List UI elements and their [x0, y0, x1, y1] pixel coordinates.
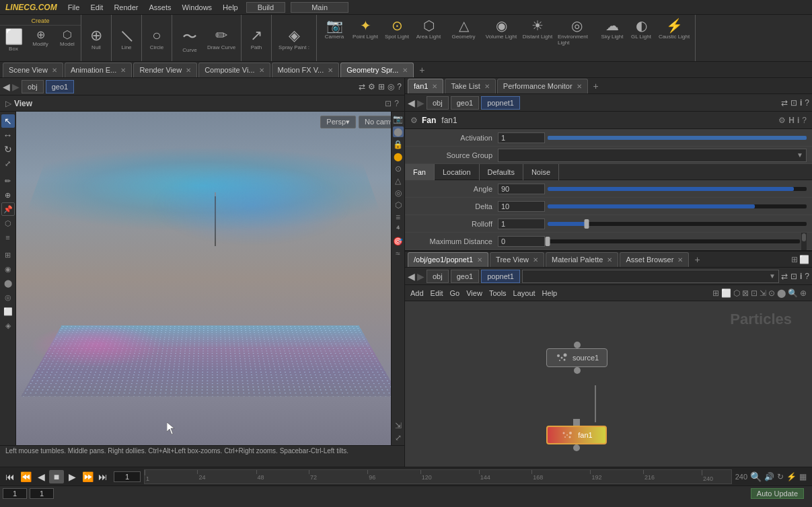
rolloff-input[interactable] [498, 219, 545, 229]
zoom-icon[interactable]: 🔍 [750, 471, 762, 482]
tab-composite-close[interactable]: ✕ [259, 67, 264, 74]
rt-icon-6[interactable]: △ [395, 176, 401, 186]
activation-slider-track[interactable] [548, 136, 807, 140]
view-expand-icon[interactable]: ▷ [5, 99, 11, 108]
tool-model[interactable]: ⬡ Model [54, 27, 81, 53]
fan-nav-back[interactable]: ◀ [408, 98, 415, 108]
menu-view[interactable]: View [466, 289, 482, 297]
fan-path-obj[interactable]: obj [427, 96, 449, 110]
tool-pin[interactable]: 📌 [1, 202, 15, 216]
node-source1[interactable]: source1 [546, 342, 607, 374]
rt-icon-10[interactable]: ⁴ [396, 225, 400, 234]
rolloff-slider-handle[interactable] [584, 219, 589, 229]
node-icon-view[interactable]: ⊡ [790, 272, 797, 281]
tool-area-light[interactable]: ⬡ Area Light [414, 16, 443, 47]
node-menu-icon-8[interactable]: ⬤ [777, 288, 786, 298]
tool-camera[interactable]: 📷 Camera [320, 16, 349, 47]
vp-icon-1[interactable]: ⇄ [359, 82, 365, 91]
tab-geometry-spray-close[interactable]: ✕ [402, 67, 408, 74]
node-menu-icon-2[interactable]: ⬜ [721, 288, 731, 298]
vp-icon-3[interactable]: ⊞ [378, 82, 385, 91]
tool-arrow[interactable]: ↖ [1, 114, 15, 128]
node-path-chevron[interactable]: ▼ [769, 272, 776, 280]
fan-tab-add[interactable]: + [589, 81, 603, 91]
tool-grid-v[interactable]: ⊞ [1, 248, 15, 262]
vp-icon-5[interactable]: ? [397, 82, 402, 91]
tab-material-close[interactable]: ✕ [607, 256, 612, 264]
fan-icon-3[interactable]: i [800, 98, 802, 108]
node-path-obj[interactable]: obj [427, 270, 449, 283]
tab-geometry-spray[interactable]: Geometry Spr... ✕ [340, 63, 414, 77]
node-menu-icon-7[interactable]: ⊙ [768, 288, 775, 298]
tab-popnet-path[interactable]: /obj/geo1/popnet1 ✕ [408, 252, 488, 267]
tool-scale[interactable]: ⤢ [1, 157, 15, 170]
fan1-top-port[interactable] [573, 419, 580, 426]
tool-caustic-light[interactable]: ⚡ Caustic Light [656, 16, 692, 47]
rt-icon-14[interactable]: ⤢ [395, 433, 402, 442]
tab-motionfx[interactable]: Motion FX V... ✕ [272, 63, 340, 77]
rt-icon-12[interactable]: ≈ [396, 249, 400, 258]
node-menu-icon-6[interactable]: ⇲ [760, 288, 766, 298]
persp-button[interactable]: Persp▾ [320, 116, 356, 128]
rt-icon-7[interactable]: ◎ [395, 188, 402, 198]
tool-snap[interactable]: ⊕ [1, 188, 15, 202]
vp-icon-2[interactable]: ⚙ [368, 82, 375, 91]
fan-icon-2[interactable]: ⊡ [790, 98, 797, 108]
tc-play-back[interactable]: ◀ [34, 470, 48, 483]
source1-bottom-port[interactable] [574, 367, 581, 374]
rt-icon-9[interactable]: ≡ [396, 212, 400, 222]
node-menu-icon-4[interactable]: ⊠ [742, 288, 749, 298]
main-button[interactable]: Main [291, 2, 348, 13]
frame-start-input[interactable] [3, 488, 27, 499]
tc-stop[interactable]: ■ [49, 470, 64, 483]
node-menu-icon-9[interactable]: 🔍 [788, 288, 798, 298]
menu-help[interactable]: Help [217, 3, 244, 11]
maxdist-input[interactable] [498, 236, 545, 247]
angle-input[interactable] [498, 184, 545, 194]
node-menu-icon-3[interactable]: ⬡ [733, 288, 740, 298]
tool-env-light[interactable]: ◎ Environment Light [556, 16, 597, 47]
tc-step-fwd[interactable]: ⏩ [80, 470, 95, 483]
node-tab-icon-1[interactable]: ⊞ [791, 255, 798, 264]
tool-transform[interactable]: ↔ [1, 128, 15, 142]
rt-icon-8[interactable]: ⬡ [395, 200, 402, 210]
tab-scene-view[interactable]: Scene View ✕ [3, 63, 63, 77]
tool-view1[interactable]: ⬡ [1, 217, 15, 230]
tool-view2[interactable]: ≡ [1, 231, 15, 244]
tab-render-close[interactable]: ✕ [186, 67, 191, 74]
tool-sphere[interactable]: ⬤ [1, 276, 15, 290]
tool-point-light[interactable]: ✦ Point Light [350, 16, 380, 47]
node-tab-add[interactable]: + [690, 254, 704, 265]
tool-distant-light[interactable]: ☀ Distant Light [520, 16, 555, 47]
tab-scene-view-close[interactable]: ✕ [52, 67, 57, 74]
source1-body[interactable]: source1 [546, 348, 607, 367]
tab-performance[interactable]: Performance Monitor ✕ [497, 79, 588, 93]
node-icon-help[interactable]: ? [805, 272, 809, 281]
rt-icon-3[interactable]: 🔒 [393, 140, 403, 149]
menu-render[interactable]: Render [108, 3, 143, 11]
tab-performance-close[interactable]: ✕ [577, 83, 582, 90]
tool-gl-light[interactable]: ◐ GL Light [628, 16, 655, 47]
tool-spray[interactable]: ◈ Spray Paint : [274, 26, 313, 52]
tc-play[interactable]: ▶ [65, 470, 79, 483]
menu-edit[interactable]: Edit [431, 289, 443, 297]
vp-nav-back[interactable]: ◀ [3, 81, 10, 92]
tab-animation-close[interactable]: ✕ [120, 67, 126, 74]
angle-slider-track[interactable] [548, 187, 807, 191]
tab-noise[interactable]: Noise [523, 164, 559, 180]
tool-box[interactable]: ⬜ Box [0, 27, 27, 53]
fan1-body[interactable]: fan1 [546, 426, 607, 444]
viewport-3d[interactable]: Persp▾ No cam▾ 📷 ⬤ 🔒 ⬤ ⊙ △ ◎ ⬡ ≡ ⁴ 🎯 [16, 112, 404, 445]
tool-curve[interactable]: 〜 Curve [175, 26, 205, 54]
tab-motionfx-close[interactable]: ✕ [328, 67, 333, 74]
rt-icon-2[interactable]: ⬤ [393, 126, 404, 137]
tab-fan1[interactable]: fan1 ✕ [408, 79, 443, 93]
tab-render[interactable]: Render View ✕ [133, 63, 197, 77]
rt-icon-13[interactable]: ⇲ [395, 421, 402, 430]
source-group-dropdown-icon[interactable]: ▼ [797, 151, 803, 159]
rolloff-slider-track[interactable] [548, 222, 807, 226]
tool-draw-curve[interactable]: ✏ Draw Curve [205, 26, 238, 54]
tool-volume-light[interactable]: ◉ Volume Light [484, 16, 519, 47]
menu-layout[interactable]: Layout [513, 289, 536, 297]
tc-go-start[interactable]: ⏮ [3, 470, 17, 483]
